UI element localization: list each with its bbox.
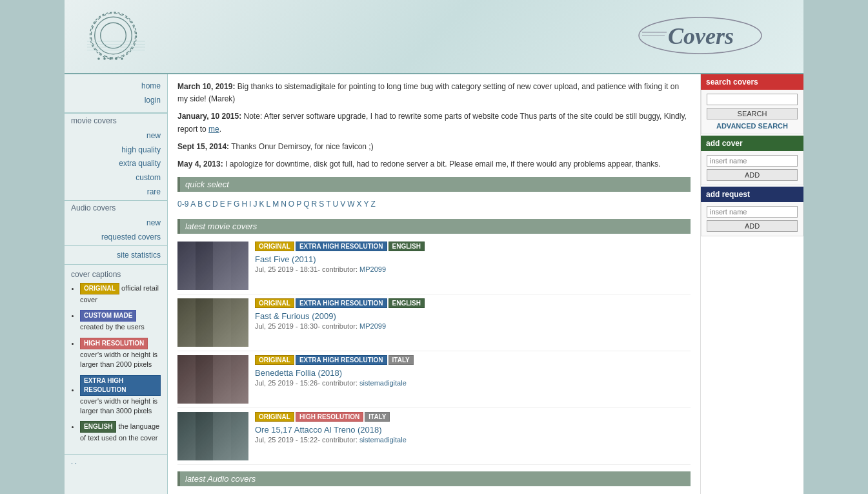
alpha-nav-item[interactable]: K <box>259 200 264 209</box>
cover-title: Benedetta Follia (2018) <box>255 368 691 378</box>
svg-point-9 <box>103 57 106 60</box>
cover-badges: ORIGINALEXTRA HIGH RESOLUTIONENGLISH <box>255 242 691 252</box>
sidebar-movie-links: new high quality extra quality custom ra… <box>65 128 167 200</box>
cover-title-link[interactable]: Fast & Furious (2009) <box>255 311 336 321</box>
svg-point-12 <box>121 57 123 60</box>
alpha-nav-item[interactable]: I <box>249 200 251 209</box>
cover-meta: Jul, 25 2019 - 18:30- contributor: MP209… <box>255 322 691 330</box>
alpha-nav-item[interactable]: 0-9 <box>177 200 188 209</box>
alpha-nav-item[interactable]: V <box>340 200 345 209</box>
badge-english: ENGLISH <box>80 421 116 433</box>
search-input[interactable] <box>707 94 798 105</box>
cover-title-link[interactable]: Ore 15,17 Attacco Al Treno (2018) <box>255 425 382 435</box>
sidebar-item-movie-new[interactable]: new <box>71 129 161 143</box>
add-request-section: add request ADD <box>701 187 803 236</box>
alpha-nav-item[interactable]: N <box>281 200 287 209</box>
cover-title-link[interactable]: Fast Five (2011) <box>255 254 316 264</box>
search-button[interactable]: SEARCH <box>707 108 798 119</box>
sidebar-item-requested-covers[interactable]: requested covers <box>71 231 161 245</box>
news-link-me[interactable]: me <box>208 125 219 134</box>
cover-contributor-link[interactable]: sistemadigitale <box>359 436 407 444</box>
alpha-nav-item[interactable]: F <box>227 200 232 209</box>
alpha-nav-item[interactable]: R <box>312 200 318 209</box>
alpha-nav-item[interactable]: H <box>241 200 247 209</box>
cover-badge: ORIGINAL <box>255 412 294 422</box>
add-request-body: ADD <box>701 202 803 236</box>
sidebar-item-rare[interactable]: rare <box>71 185 161 200</box>
news-text-1: Note: After server software upgrade, I h… <box>177 112 687 133</box>
table-row: ORIGINALEXTRA HIGH RESOLUTIONITALYBenede… <box>177 351 691 408</box>
cover-meta: Jul, 25 2019 - 15:26- contributor: siste… <box>255 379 691 387</box>
cover-badges: ORIGINALEXTRA HIGH RESOLUTIONITALY <box>255 355 691 365</box>
header: .gear-path { fill: none; stroke: #668888… <box>65 0 803 74</box>
alpha-nav-item[interactable]: Z <box>371 200 376 209</box>
add-request-header: add request <box>701 187 803 202</box>
svg-point-8 <box>97 57 100 60</box>
add-cover-button[interactable]: ADD <box>707 169 798 181</box>
alpha-nav-item[interactable]: G <box>234 200 239 209</box>
svg-point-2 <box>101 23 126 48</box>
sidebar-item-audio-new[interactable]: new <box>71 216 161 231</box>
cover-thumbnail[interactable] <box>177 412 248 460</box>
alpha-nav-item[interactable]: C <box>205 200 210 209</box>
alpha-nav-item[interactable]: Y <box>364 200 369 209</box>
sidebar-item-extra-quality[interactable]: extra quality <box>71 157 161 171</box>
news-item-0: March 10, 2019: Big thanks to sistemadig… <box>177 81 691 105</box>
cover-thumbnail[interactable] <box>177 242 248 290</box>
caption-extra-high-text: cover's width or height is larger than 3… <box>80 397 157 415</box>
alpha-nav-item[interactable]: M <box>272 200 279 209</box>
svg-point-0 <box>90 12 137 59</box>
caption-custom-text: created by the users <box>80 323 145 331</box>
alpha-nav-item[interactable]: J <box>253 200 257 209</box>
cover-title: Fast Five (2011) <box>255 254 691 264</box>
alpha-nav-item[interactable]: W <box>347 200 354 209</box>
alpha-nav-item[interactable]: A <box>190 200 196 209</box>
caption-high-res: HIGH RESOLUTION cover's width or height … <box>80 338 161 370</box>
cover-contributor-link[interactable]: MP2099 <box>359 265 386 273</box>
cover-badge: EXTRA HIGH RESOLUTION <box>296 355 387 365</box>
table-row: ORIGINALEXTRA HIGH RESOLUTIONENGLISHFast… <box>177 294 691 351</box>
add-cover-input[interactable] <box>707 155 798 167</box>
table-row: ORIGINALEXTRA HIGH RESOLUTIONENGLISHFast… <box>177 238 691 294</box>
alpha-nav-item[interactable]: U <box>333 200 339 209</box>
sidebar-cover-captions: cover captions ORIGINAL official retail … <box>65 264 167 454</box>
alpha-nav-item[interactable]: L <box>266 200 270 209</box>
cover-contributor-link[interactable]: MP2099 <box>359 322 386 330</box>
sidebar-item-custom[interactable]: custom <box>71 171 161 185</box>
cover-thumbnail[interactable] <box>177 355 248 404</box>
alpha-nav-item[interactable]: X <box>357 200 362 209</box>
news-text-0: Big thanks to sistemadigitale for pointi… <box>177 82 679 103</box>
alpha-nav-item[interactable]: O <box>288 200 294 209</box>
sidebar-item-home[interactable]: home <box>71 79 161 94</box>
alpha-nav-item[interactable]: T <box>326 200 330 209</box>
cover-title-link[interactable]: Benedetta Follia (2018) <box>255 368 342 378</box>
cover-badge: ORIGINAL <box>255 355 294 365</box>
sidebar-item-login[interactable]: login <box>71 94 161 108</box>
alpha-nav-item[interactable]: P <box>296 200 301 209</box>
alpha-nav-item[interactable]: S <box>319 200 324 209</box>
search-body: SEARCH ADVANCED SEARCH <box>701 90 803 134</box>
caption-high-res-text: cover's width or height is larger than 2… <box>80 351 157 368</box>
sidebar-footer-link[interactable]: · · <box>71 459 77 467</box>
add-cover-body: ADD <box>701 151 803 185</box>
advanced-search-link[interactable]: ADVANCED SEARCH <box>707 122 798 130</box>
cover-captions-label: cover captions <box>71 270 161 279</box>
site-logo: Covers <box>636 13 765 60</box>
right-sidebar: search covers SEARCH ADVANCED SEARCH add… <box>700 74 803 494</box>
sidebar-footer: · · <box>65 454 167 471</box>
news-section: March 10, 2019: Big thanks to sistemadig… <box>177 81 691 170</box>
sidebar-item-high-quality[interactable]: high quality <box>71 143 161 158</box>
add-request-input[interactable] <box>707 206 798 218</box>
alpha-nav-item[interactable]: B <box>197 200 203 209</box>
sidebar: home login movie covers new high quality… <box>65 74 168 494</box>
alpha-nav-item[interactable]: D <box>212 200 218 209</box>
add-request-button[interactable]: ADD <box>707 220 798 232</box>
latest-movie-covers-header: latest movie covers <box>177 219 691 234</box>
alpha-nav-item[interactable]: Q <box>303 200 309 209</box>
news-item-1: January, 10 2015: Note: After server sof… <box>177 110 691 135</box>
cover-contributor-link[interactable]: sistemadigitale <box>359 379 407 387</box>
alpha-nav-item[interactable]: E <box>220 200 225 209</box>
sidebar-audio-covers-label: Audio covers <box>65 200 167 215</box>
sidebar-item-site-statistics[interactable]: site statistics <box>71 249 161 263</box>
cover-thumbnail[interactable] <box>177 298 248 347</box>
